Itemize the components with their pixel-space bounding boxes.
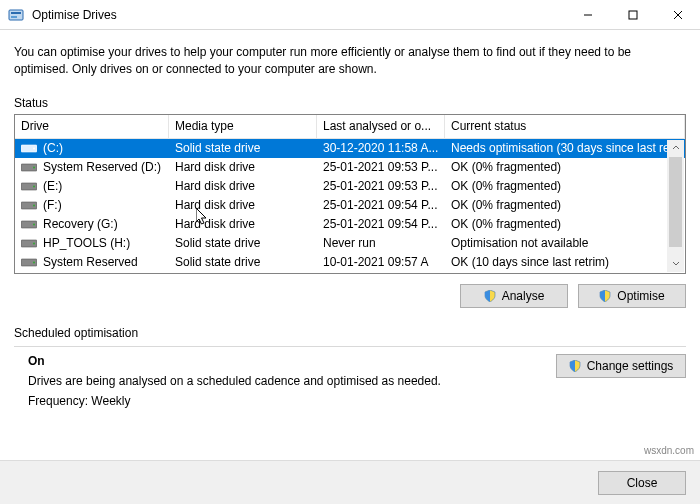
drive-icon [21, 161, 37, 173]
drive-name: (C:) [43, 141, 63, 155]
table-header: Drive Media type Last analysed or o... C… [15, 115, 685, 139]
description-text: You can optimise your drives to help you… [14, 44, 686, 78]
scheduled-label: Scheduled optimisation [14, 326, 686, 340]
drives-table: Drive Media type Last analysed or o... C… [14, 114, 686, 274]
window-controls [565, 0, 700, 29]
svg-point-8 [33, 148, 35, 150]
last-analysed: 25-01-2021 09:54 P... [317, 198, 445, 212]
svg-rect-2 [11, 16, 17, 18]
svg-point-18 [33, 243, 35, 245]
scheduled-on: On [28, 354, 556, 368]
analyse-button[interactable]: Analyse [460, 284, 568, 308]
status-label: Status [14, 96, 686, 110]
current-status: OK (0% fragmented) [445, 160, 685, 174]
svg-rect-4 [629, 11, 637, 19]
drive-name: (E:) [43, 179, 62, 193]
current-status: OK (0% fragmented) [445, 198, 685, 212]
close-dialog-button[interactable]: Close [598, 471, 686, 495]
col-last[interactable]: Last analysed or o... [317, 115, 445, 138]
scroll-up-icon[interactable] [667, 140, 684, 157]
media-type: Hard disk drive [169, 198, 317, 212]
scroll-thumb[interactable] [669, 157, 682, 247]
close-button[interactable] [655, 0, 700, 29]
title-bar: Optimise Drives [0, 0, 700, 30]
analyse-label: Analyse [502, 289, 545, 303]
media-type: Hard disk drive [169, 160, 317, 174]
drive-name: System Reserved [43, 255, 138, 269]
svg-point-10 [33, 167, 35, 169]
drive-icon [21, 237, 37, 249]
scroll-down-icon[interactable] [667, 255, 684, 272]
change-settings-button[interactable]: Change settings [556, 354, 686, 378]
table-row[interactable]: HP_TOOLS (H:)Solid state driveNever runO… [15, 234, 685, 253]
last-analysed: Never run [317, 236, 445, 250]
svg-rect-0 [9, 10, 23, 20]
close-label: Close [627, 476, 658, 490]
scrollbar-vertical[interactable] [667, 140, 684, 272]
shield-icon [569, 360, 581, 372]
media-type: Hard disk drive [169, 179, 317, 193]
svg-point-20 [33, 262, 35, 264]
current-status: OK (10 days since last retrim) [445, 255, 685, 269]
change-settings-label: Change settings [587, 359, 674, 373]
maximize-button[interactable] [610, 0, 655, 29]
drive-icon [21, 199, 37, 211]
col-media[interactable]: Media type [169, 115, 317, 138]
current-status: OK (0% fragmented) [445, 217, 685, 231]
scheduled-frequency: Frequency: Weekly [28, 394, 556, 408]
current-status: OK (0% fragmented) [445, 179, 685, 193]
drive-name: (F:) [43, 198, 62, 212]
watermark: wsxdn.com [644, 445, 694, 456]
col-drive[interactable]: Drive [15, 115, 169, 138]
last-analysed: 25-01-2021 09:54 P... [317, 217, 445, 231]
drive-name: HP_TOOLS (H:) [43, 236, 130, 250]
svg-point-12 [33, 186, 35, 188]
optimise-button[interactable]: Optimise [578, 284, 686, 308]
drive-icon [21, 218, 37, 230]
current-status: Optimisation not available [445, 236, 685, 250]
scheduled-desc: Drives are being analysed on a scheduled… [28, 374, 556, 388]
current-status: Needs optimisation (30 days since last r… [445, 141, 685, 155]
table-row[interactable]: Recovery (G:)Hard disk drive25-01-2021 0… [15, 215, 685, 234]
last-analysed: 25-01-2021 09:53 P... [317, 160, 445, 174]
media-type: Solid state drive [169, 255, 317, 269]
svg-point-16 [33, 224, 35, 226]
media-type: Solid state drive [169, 236, 317, 250]
window-title: Optimise Drives [32, 8, 565, 22]
shield-icon [599, 290, 611, 302]
svg-point-14 [33, 205, 35, 207]
drive-icon [21, 142, 37, 154]
last-analysed: 10-01-2021 09:57 A [317, 255, 445, 269]
shield-icon [484, 290, 496, 302]
table-row[interactable]: (E:)Hard disk drive25-01-2021 09:53 P...… [15, 177, 685, 196]
drive-name: Recovery (G:) [43, 217, 118, 231]
bottom-bar: Close [0, 460, 700, 504]
media-type: Hard disk drive [169, 217, 317, 231]
drive-name: System Reserved (D:) [43, 160, 161, 174]
col-status[interactable]: Current status [445, 115, 685, 138]
table-row[interactable]: System Reserved (D:)Hard disk drive25-01… [15, 158, 685, 177]
media-type: Solid state drive [169, 141, 317, 155]
table-row[interactable]: System ReservedSolid state drive10-01-20… [15, 253, 685, 272]
app-icon [8, 7, 24, 23]
table-row[interactable]: (C:)Solid state drive30-12-2020 11:58 A.… [15, 139, 685, 158]
optimise-label: Optimise [617, 289, 664, 303]
table-row[interactable]: (F:)Hard disk drive25-01-2021 09:54 P...… [15, 196, 685, 215]
minimize-button[interactable] [565, 0, 610, 29]
last-analysed: 30-12-2020 11:58 A... [317, 141, 445, 155]
last-analysed: 25-01-2021 09:53 P... [317, 179, 445, 193]
drive-icon [21, 180, 37, 192]
svg-rect-1 [11, 12, 21, 14]
drive-icon [21, 256, 37, 268]
